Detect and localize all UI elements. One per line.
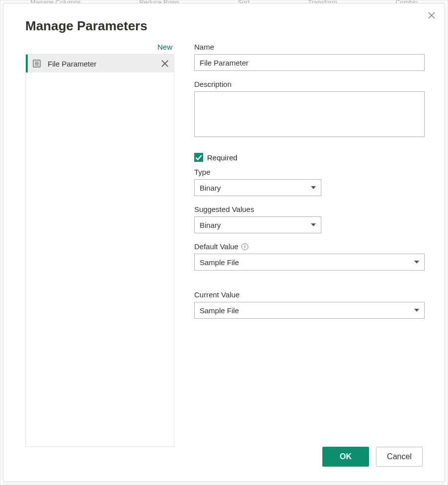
name-label: Name	[194, 43, 425, 51]
chevron-down-icon	[311, 223, 316, 226]
cancel-button[interactable]: Cancel	[376, 447, 423, 467]
type-select[interactable]: Binary	[194, 179, 321, 196]
default-value-select[interactable]: Sample File	[194, 254, 425, 271]
dialog-title: Manage Parameters	[3, 3, 445, 34]
dialog-footer: OK Cancel	[3, 447, 445, 482]
default-value-label: Default Value i	[194, 242, 425, 251]
current-value-select-value: Sample File	[200, 306, 239, 315]
parameter-list-item[interactable]: File Parameter	[26, 55, 174, 72]
required-checkbox[interactable]	[194, 153, 203, 162]
ok-button[interactable]: OK	[322, 447, 369, 467]
close-button[interactable]	[426, 9, 438, 21]
current-value-label: Current Value	[194, 290, 425, 299]
manage-parameters-dialog: Manage Parameters New	[3, 3, 445, 482]
delete-parameter-button[interactable]	[160, 59, 170, 69]
suggested-values-label: Suggested Values	[194, 205, 425, 213]
default-value-select-value: Sample File	[200, 258, 239, 267]
parameter-item-label: File Parameter	[48, 60, 154, 68]
close-icon	[428, 11, 436, 19]
type-label: Type	[194, 168, 425, 176]
suggested-values-select[interactable]: Binary	[194, 216, 321, 233]
type-select-value: Binary	[200, 184, 221, 192]
parameter-form: Name Description Required Ty	[194, 43, 425, 447]
suggested-values-select-value: Binary	[200, 221, 221, 229]
info-icon: i	[241, 243, 248, 250]
chevron-down-icon	[311, 186, 316, 189]
required-label: Required	[207, 153, 237, 162]
chevron-down-icon	[414, 309, 419, 312]
description-label: Description	[194, 80, 425, 88]
parameter-list-panel: New File Parameter	[25, 43, 174, 447]
parameter-list: File Parameter	[25, 54, 174, 447]
chevron-down-icon	[414, 261, 419, 264]
name-input[interactable]	[194, 54, 425, 71]
check-icon	[194, 153, 203, 162]
delete-icon	[160, 59, 170, 69]
current-value-select[interactable]: Sample File	[194, 302, 425, 319]
description-input[interactable]	[194, 91, 425, 137]
new-parameter-link[interactable]: New	[157, 43, 172, 51]
parameter-icon	[32, 59, 42, 69]
